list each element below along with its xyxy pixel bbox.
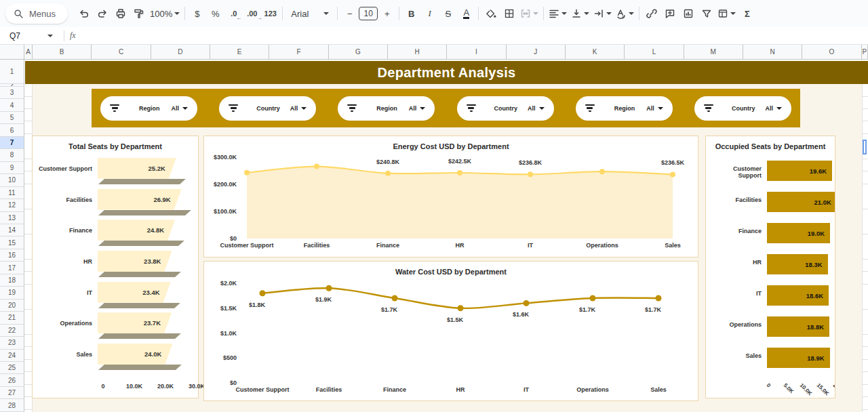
row-header-28[interactable]: 28 [0, 399, 24, 411]
table-views-button[interactable] [715, 5, 738, 22]
filter-pill-region-2[interactable]: RegionAll [338, 96, 435, 121]
occupied-seats-chart[interactable]: Occupied Seats by Department Customer Su… [705, 136, 835, 398]
scrollbar-thumb[interactable] [863, 140, 867, 154]
column-header-K[interactable]: K [566, 45, 625, 60]
redo-button[interactable] [93, 5, 111, 22]
create-filter-button[interactable] [697, 5, 715, 22]
row-header-27[interactable]: 27 [0, 387, 24, 399]
column-header-B[interactable]: B [33, 45, 92, 60]
bold-button[interactable]: B [402, 5, 420, 22]
column-header-H[interactable]: H [388, 45, 447, 60]
decrease-decimal-button[interactable]: .0← [224, 5, 243, 22]
row-header-13[interactable]: 13 [0, 212, 24, 224]
column-header-P[interactable]: P [862, 45, 868, 60]
row-header-8[interactable]: 8 [0, 149, 24, 161]
percent-format-button[interactable]: % [206, 5, 224, 22]
row-header-26[interactable]: 26 [0, 374, 24, 386]
column-header-L[interactable]: L [625, 45, 684, 60]
bar-category-label: HR [709, 251, 767, 266]
text-color-button[interactable]: A [457, 5, 475, 22]
row-header-11[interactable]: 11 [0, 187, 24, 199]
fx-icon: fx [70, 30, 76, 41]
filter-pill-country-5[interactable]: CountryAll [694, 96, 791, 121]
insert-chart-button[interactable] [679, 5, 697, 22]
column-header-A[interactable]: A [24, 45, 33, 60]
filter-pill-country-3[interactable]: CountryAll [457, 96, 554, 121]
undo-button[interactable] [75, 5, 93, 22]
row-header-3[interactable]: 3 [0, 87, 24, 99]
filter-pill-country-1[interactable]: CountryAll [219, 96, 316, 121]
water-cost-chart[interactable]: Water Cost USD by Department $2.0K$1.5K$… [203, 261, 698, 401]
print-button[interactable] [111, 5, 130, 22]
column-header-J[interactable]: J [507, 45, 566, 60]
fill-color-button[interactable] [481, 5, 500, 22]
row-header-18[interactable]: 18 [0, 274, 24, 287]
merge-cells-button[interactable] [518, 5, 540, 22]
font-size-input[interactable]: 10 [359, 7, 378, 20]
chevron-down-icon [47, 35, 53, 37]
italic-button[interactable]: I [420, 5, 439, 22]
horizontal-align-button[interactable] [547, 5, 569, 22]
insert-link-button[interactable] [642, 5, 660, 22]
row-header-1[interactable]: 1 [0, 60, 24, 84]
row-header-23[interactable]: 23 [0, 337, 24, 349]
svg-text:Finance: Finance [376, 242, 399, 249]
column-header-F[interactable]: F [269, 45, 328, 60]
decrease-font-size-button[interactable]: − [340, 5, 359, 22]
row-header-21[interactable]: 21 [0, 312, 24, 324]
text-rotation-button[interactable] [614, 5, 636, 22]
column-header-G[interactable]: G [329, 45, 388, 60]
text-wrap-button[interactable] [591, 5, 614, 22]
column-header-D[interactable]: D [151, 45, 210, 60]
menus-button[interactable]: Menus [5, 3, 68, 24]
x-axis-tick: 30.0K [189, 383, 205, 390]
row-header-24[interactable]: 24 [0, 350, 24, 362]
name-box[interactable]: Q7 [0, 31, 58, 41]
row-header-15[interactable]: 15 [0, 236, 24, 249]
font-family-select[interactable]: Arial [285, 5, 334, 22]
row-header-10[interactable]: 10 [0, 174, 24, 186]
row-header-22[interactable]: 22 [0, 325, 24, 337]
bar: 19.6K [767, 161, 832, 181]
row-header-9[interactable]: 9 [0, 162, 24, 174]
increase-font-size-button[interactable]: + [378, 5, 396, 22]
column-header-N[interactable]: N [743, 45, 802, 60]
zoom-control[interactable]: 100% [148, 5, 182, 22]
select-all-corner[interactable] [0, 45, 24, 60]
strikethrough-button[interactable]: S [439, 5, 457, 22]
row-header-5[interactable]: 5 [0, 112, 24, 124]
borders-button[interactable] [500, 5, 518, 22]
grid[interactable]: Department Analysis RegionAllCountryAllR… [24, 60, 868, 412]
svg-text:Sales: Sales [665, 242, 681, 249]
row-header-20[interactable]: 20 [0, 300, 24, 312]
paint-format-button[interactable] [130, 5, 148, 22]
total-seats-chart[interactable]: Total Seats by Department Customer Suppo… [32, 136, 199, 398]
filter-value: All [765, 105, 773, 112]
row-header-19[interactable]: 19 [0, 287, 24, 299]
x-axis-tick: 10.0K [126, 383, 142, 390]
currency-format-button[interactable]: $ [188, 5, 206, 22]
row-header-17[interactable]: 17 [0, 262, 24, 274]
italic-icon: I [429, 8, 431, 19]
energy-cost-chart[interactable]: Energy Cost USD by Department $300.0K$20… [203, 136, 698, 258]
row-header-12[interactable]: 12 [0, 199, 24, 211]
functions-button[interactable]: Σ [738, 5, 756, 22]
column-header-M[interactable]: M [684, 45, 743, 60]
row-header-25[interactable]: 25 [0, 362, 24, 374]
row-header-14[interactable]: 14 [0, 224, 24, 236]
column-header-O[interactable]: O [802, 45, 861, 60]
vertical-scrollbar[interactable] [862, 84, 868, 412]
insert-comment-button[interactable] [660, 5, 679, 22]
filter-pill-region-4[interactable]: RegionAll [576, 96, 673, 121]
row-header-4[interactable]: 4 [0, 99, 24, 111]
column-header-C[interactable]: C [92, 45, 151, 60]
increase-decimal-button[interactable]: .00→ [243, 5, 261, 22]
column-header-E[interactable]: E [210, 45, 269, 60]
row-header-6[interactable]: 6 [0, 124, 24, 136]
number-format-button[interactable]: 123 [261, 5, 279, 22]
filter-pill-region-0[interactable]: RegionAll [100, 96, 197, 121]
vertical-align-button[interactable] [569, 5, 591, 22]
row-header-16[interactable]: 16 [0, 249, 24, 262]
row-header-7[interactable]: 7 [0, 137, 24, 149]
column-header-I[interactable]: I [447, 45, 506, 60]
